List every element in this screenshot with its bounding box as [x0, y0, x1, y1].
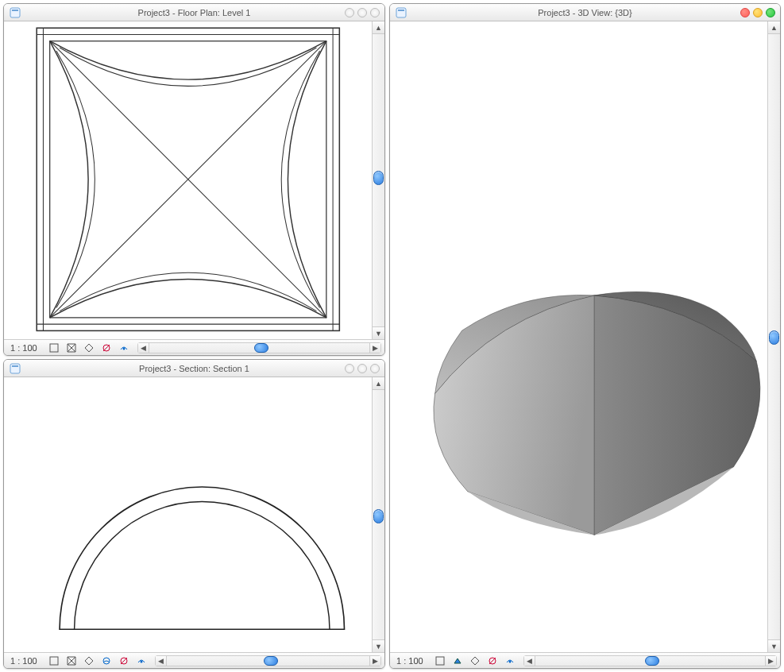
scroll-thumb[interactable] — [373, 509, 384, 523]
floorplan-pane: Project3 - Floor Plan: Level 1 — [3, 3, 385, 356]
view3d-title: Project3 - 3D View: {3D} — [390, 8, 780, 17]
svg-rect-0 — [10, 8, 20, 17]
close-button[interactable] — [370, 8, 380, 17]
document-icon — [9, 6, 21, 19]
scroll-thumb[interactable] — [264, 656, 278, 666]
floorplan-titlebar[interactable]: Project3 - Floor Plan: Level 1 — [4, 4, 384, 21]
scroll-down-icon[interactable]: ▼ — [373, 326, 384, 339]
floorplan-title: Project3 - Floor Plan: Level 1 — [4, 8, 384, 17]
scroll-thumb[interactable] — [769, 330, 779, 345]
section-canvas-area[interactable] — [4, 377, 384, 652]
scroll-right-icon[interactable]: ▶ — [765, 656, 776, 666]
section-titlebar[interactable]: Project3 - Section: Section 1 — [4, 360, 384, 377]
svg-rect-21 — [396, 8, 406, 17]
scroll-up-icon[interactable]: ▲ — [768, 21, 780, 34]
scroll-left-icon[interactable]: ◀ — [524, 656, 535, 666]
scroll-thumb[interactable] — [254, 343, 268, 353]
close-button[interactable] — [740, 8, 750, 17]
horizontal-scrollbar[interactable]: ◀ ▶ — [137, 342, 381, 353]
scroll-up-icon[interactable]: ▲ — [373, 377, 384, 390]
section-pane: Project3 - Section: Section 1 ▲ ▼ 1 : 10… — [3, 359, 385, 669]
horizontal-scrollbar[interactable]: ◀ ▶ — [523, 655, 777, 666]
maximize-button[interactable] — [357, 364, 367, 373]
vertical-scrollbar[interactable]: ▲ ▼ — [372, 21, 384, 339]
view3d-drawing — [390, 21, 780, 669]
view3d-canvas-area[interactable] — [390, 21, 780, 652]
floorplan-canvas-area[interactable] — [4, 21, 384, 339]
document-icon — [9, 362, 21, 375]
window-controls — [345, 364, 380, 373]
vertical-scrollbar[interactable]: ▲ ▼ — [767, 21, 780, 652]
scroll-left-icon[interactable]: ◀ — [138, 343, 149, 353]
minimize-button[interactable] — [753, 8, 763, 17]
scroll-right-icon[interactable]: ▶ — [369, 656, 380, 666]
section-drawing — [4, 377, 384, 662]
vertical-scrollbar[interactable]: ▲ ▼ — [372, 377, 384, 652]
scroll-left-icon[interactable]: ◀ — [156, 656, 167, 666]
close-button[interactable] — [370, 364, 380, 373]
minimize-button[interactable] — [345, 364, 354, 373]
minimize-button[interactable] — [345, 8, 354, 17]
scroll-down-icon[interactable]: ▼ — [768, 639, 780, 652]
horizontal-scrollbar[interactable]: ◀ ▶ — [155, 655, 381, 666]
svg-rect-1 — [12, 10, 18, 11]
maximize-button[interactable] — [766, 8, 775, 17]
scroll-thumb[interactable] — [373, 171, 384, 185]
scroll-right-icon[interactable]: ▶ — [369, 343, 380, 353]
scroll-up-icon[interactable]: ▲ — [373, 21, 384, 34]
section-title: Project3 - Section: Section 1 — [4, 364, 384, 373]
maximize-button[interactable] — [357, 8, 367, 17]
svg-rect-14 — [10, 364, 20, 373]
svg-rect-15 — [12, 365, 18, 367]
window-controls — [740, 8, 775, 17]
window-controls — [345, 8, 380, 17]
scroll-thumb[interactable] — [645, 656, 659, 666]
view3d-pane: Project3 - 3D View: {3D} — [389, 3, 781, 669]
document-icon — [395, 6, 407, 19]
svg-rect-22 — [398, 10, 404, 11]
scroll-down-icon[interactable]: ▼ — [373, 639, 384, 652]
floorplan-drawing — [4, 21, 384, 349]
view3d-titlebar[interactable]: Project3 - 3D View: {3D} — [390, 4, 780, 21]
